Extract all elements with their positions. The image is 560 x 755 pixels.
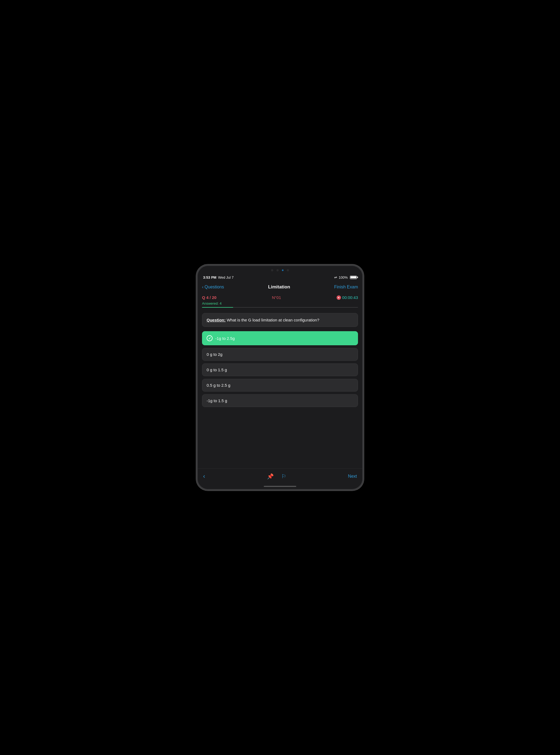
bottom-toolbar: ‹ 📌 ⚐ Next [198,469,362,484]
timer-icon: ● [337,295,341,300]
question-text: Question: What is the G load limitation … [207,317,353,323]
progress-bar-container [202,307,358,307]
question-card: Question: What is the G load limitation … [202,313,358,327]
answered-label: Answered: 4 [202,301,221,305]
flag-icon[interactable]: ⚐ [281,473,286,480]
checkmark-1: ✓ [208,336,211,340]
nav-title: Limitation [268,284,290,290]
back-label: Questions [204,285,224,290]
progress-row: Q 4 / 20 N°01 ● 00:00:43 [202,295,358,300]
ipad-device: 3:53 PM Wed Jul 7 ⇌ 100% ‹ Questions Lim… [196,264,364,491]
question-counter: Q 4 / 20 [202,295,216,300]
question-body: What is the G load limitation at clean c… [225,318,319,322]
wifi-icon: ⇌ [334,275,337,279]
chevron-left-icon: ‹ [202,285,203,290]
timer: ● 00:00:43 [337,295,358,300]
pin-icon[interactable]: 📌 [267,473,274,480]
answer-option-1[interactable]: ✓ -1g to 2.5g [202,331,358,345]
back-button[interactable]: ‹ Questions [202,285,224,290]
camera-bar [198,266,362,274]
answer-text-5: -1g to 1.5 g [207,398,227,403]
battery-fill [351,276,356,278]
answer-option-5[interactable]: -1g to 1.5 g [202,394,358,407]
check-circle-1: ✓ [207,335,213,341]
answer-option-2[interactable]: 0 g to 2g [202,348,358,361]
answered-row: Answered: 4 [202,301,358,305]
home-bar [264,486,296,487]
status-right: ⇌ 100% [334,275,357,279]
timer-value: 00:00:43 [342,295,358,300]
next-button[interactable]: Next [348,474,357,479]
camera-dot-left [271,269,273,271]
status-date: Wed Jul 7 [218,275,234,279]
camera-dot-center [277,269,279,271]
status-time: 3:53 PM [203,275,216,279]
battery-icon [350,276,357,279]
answer-option-3[interactable]: 0 g to 1.5 g [202,363,358,376]
nav-bar: ‹ Questions Limitation Finish Exam [198,281,362,293]
toolbar-center: 📌 ⚐ [267,473,286,480]
progress-bar-fill [202,307,233,307]
progress-area: Q 4 / 20 N°01 ● 00:00:43 Answered: 4 [198,293,362,310]
camera-dot-right [287,269,289,271]
answer-option-4[interactable]: 0.5 g to 2.5 g [202,379,358,392]
answer-text-2: 0 g to 2g [207,352,222,357]
side-button [363,304,364,317]
question-label: Question: [207,318,225,322]
answer-text-4: 0.5 g to 2.5 g [207,383,231,388]
answer-text-3: 0 g to 1.5 g [207,367,227,372]
toolbar-back-button[interactable]: ‹ [203,473,205,480]
question-number: N°01 [272,295,281,300]
main-content: Question: What is the G load limitation … [198,310,362,469]
battery-percent: 100% [339,275,348,279]
finish-exam-button[interactable]: Finish Exam [334,285,358,290]
status-bar: 3:53 PM Wed Jul 7 ⇌ 100% [198,274,362,281]
answer-text-1: -1g to 2.5g [215,336,235,341]
camera-dot-blue [282,270,283,271]
home-indicator [198,484,362,489]
